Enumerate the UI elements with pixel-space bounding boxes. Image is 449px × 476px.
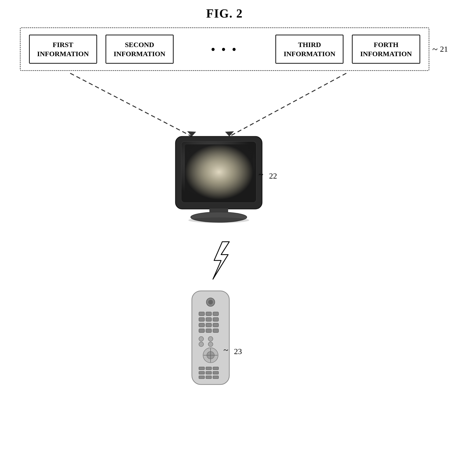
svg-rect-18: [206, 312, 212, 316]
svg-rect-22: [213, 317, 219, 321]
svg-marker-13: [213, 242, 229, 279]
svg-rect-44: [206, 376, 212, 379]
svg-rect-39: [213, 367, 219, 370]
svg-rect-7: [185, 144, 253, 200]
svg-rect-27: [206, 329, 212, 333]
svg-rect-17: [199, 312, 204, 316]
svg-line-2: [229, 73, 346, 136]
svg-point-30: [208, 336, 213, 341]
forth-info-box: FORTH INFORMATION: [352, 35, 420, 64]
svg-point-29: [199, 336, 204, 341]
page-title: FIG. 2: [0, 0, 449, 27]
svg-marker-1: [187, 131, 196, 136]
svg-rect-24: [206, 323, 212, 327]
first-info-box: FIRST INFORMATION: [29, 35, 97, 64]
svg-line-0: [70, 73, 192, 136]
svg-rect-25: [213, 323, 219, 327]
svg-rect-40: [199, 371, 204, 374]
diagram-area: 22 ~: [0, 71, 449, 445]
info-bar: FIRST INFORMATION SECOND INFORMATION • •…: [20, 27, 429, 71]
svg-point-31: [199, 342, 204, 347]
svg-rect-38: [206, 367, 212, 370]
svg-text:~: ~: [224, 345, 228, 355]
svg-rect-28: [213, 329, 219, 333]
svg-marker-3: [225, 131, 234, 136]
svg-rect-26: [199, 329, 204, 333]
dots-separator: • • •: [182, 43, 267, 56]
svg-point-16: [208, 300, 213, 305]
svg-rect-45: [213, 376, 219, 379]
svg-rect-21: [206, 317, 212, 321]
third-info-box: THIRD INFORMATION: [275, 35, 343, 64]
svg-text:22: 22: [269, 171, 277, 180]
svg-rect-37: [199, 367, 204, 370]
svg-text:23: 23: [234, 347, 242, 356]
svg-rect-19: [213, 312, 219, 316]
svg-rect-43: [199, 376, 204, 379]
info-bar-wrapper: FIRST INFORMATION SECOND INFORMATION • •…: [20, 27, 429, 71]
label-21: ~ 21: [432, 44, 448, 54]
second-info-box: SECOND INFORMATION: [106, 35, 174, 64]
svg-text:~: ~: [258, 170, 264, 179]
svg-rect-23: [199, 323, 204, 327]
svg-rect-42: [213, 371, 219, 374]
svg-rect-20: [199, 317, 204, 321]
svg-rect-41: [206, 371, 212, 374]
svg-point-32: [208, 342, 213, 347]
svg-point-10: [188, 217, 249, 223]
